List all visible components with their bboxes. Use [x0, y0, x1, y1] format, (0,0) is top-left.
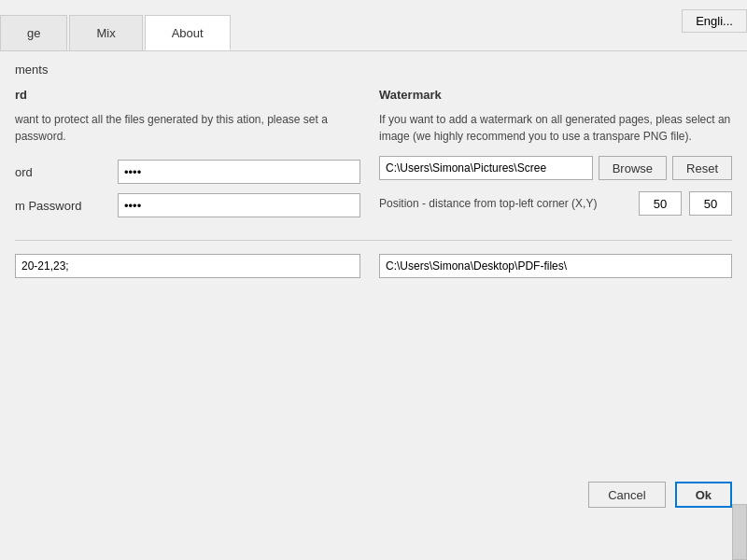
divider	[15, 240, 732, 241]
section-title: ments	[15, 63, 732, 77]
password-panel-title: rd	[15, 88, 360, 102]
password-field-row: ord	[15, 160, 360, 184]
position-row: Position - distance from top-left corner…	[379, 191, 732, 216]
reset-button-label: Reset	[686, 161, 718, 175]
watermark-panel-title: Watermark	[379, 88, 732, 102]
tab-about-label: About	[172, 26, 204, 40]
bottom-left-input[interactable]	[15, 254, 360, 278]
bottom-right-panel	[379, 254, 732, 278]
bottom-section	[15, 254, 732, 278]
position-y-input[interactable]	[689, 191, 732, 216]
bottom-left-panel	[15, 254, 360, 278]
cancel-button-label: Cancel	[608, 488, 645, 502]
scrollbar[interactable]	[732, 504, 747, 560]
confirm-password-field-row: m Password	[15, 193, 360, 217]
watermark-panel: Watermark If you want to add a watermark…	[379, 88, 732, 227]
watermark-file-row: Browse Reset	[379, 156, 732, 180]
password-panel: rd want to protect all the files generat…	[15, 88, 360, 227]
watermark-description: If you want to add a watermark on all ge…	[379, 111, 732, 145]
reset-button[interactable]: Reset	[672, 156, 732, 180]
password-input[interactable]	[118, 160, 360, 184]
tab-page[interactable]: ge	[0, 15, 67, 50]
language-label: Engli...	[696, 14, 733, 28]
browse-button[interactable]: Browse	[599, 156, 667, 180]
tab-mix-label: Mix	[96, 26, 115, 40]
tab-mix[interactable]: Mix	[69, 15, 142, 50]
main-content: ments rd want to protect all the files g…	[0, 51, 747, 560]
watermark-path-input[interactable]	[379, 156, 593, 180]
cancel-button[interactable]: Cancel	[588, 482, 665, 508]
confirm-password-label: m Password	[15, 199, 118, 213]
ok-button[interactable]: Ok	[675, 482, 732, 508]
password-panel-description: want to protect all the files generated …	[15, 111, 360, 145]
password-label: ord	[15, 165, 118, 179]
top-bar: ge Mix About Engli...	[0, 0, 747, 51]
ok-button-label: Ok	[696, 488, 712, 502]
position-x-input[interactable]	[639, 191, 682, 216]
tab-page-label: ge	[27, 26, 40, 40]
language-button[interactable]: Engli...	[682, 9, 747, 33]
confirm-password-input[interactable]	[118, 193, 360, 217]
content-row: rd want to protect all the files generat…	[15, 88, 732, 227]
bottom-right-input[interactable]	[379, 254, 732, 278]
tab-about[interactable]: About	[145, 15, 231, 50]
footer-buttons: Cancel Ok	[588, 482, 732, 508]
position-label: Position - distance from top-left corner…	[379, 196, 631, 212]
browse-button-label: Browse	[613, 161, 653, 175]
